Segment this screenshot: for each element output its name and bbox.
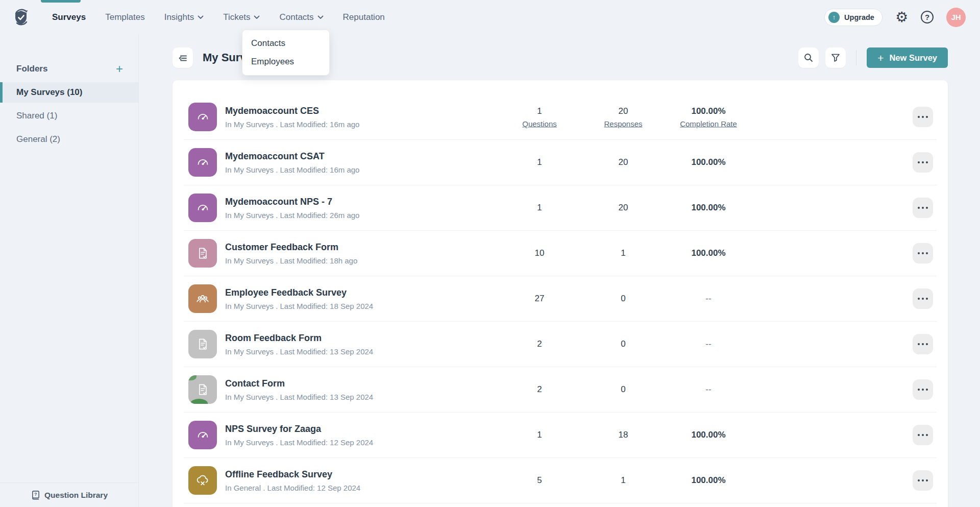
survey-info[interactable]: Mydemoaccount CSAT In My Surveys . Last … — [225, 151, 359, 174]
survey-info[interactable]: Customer Feedback Form In My Surveys . L… — [225, 242, 357, 265]
completion-stat: 100.00% — [691, 248, 725, 258]
questions-count: 2 — [537, 384, 542, 395]
nav-item-surveys[interactable]: Surveys — [52, 12, 86, 22]
questions-count: 1 — [537, 203, 542, 213]
nav-item-contacts[interactable]: Contacts — [279, 12, 323, 22]
survey-name: NPS Survey for Zaaga — [225, 424, 373, 434]
row-actions-button[interactable] — [913, 334, 933, 354]
responses-count: 20 — [619, 157, 628, 167]
survey-name: Contact Form — [225, 378, 373, 389]
cloud-offline-icon[interactable] — [188, 466, 217, 495]
contacts-dropdown-menu: ContactsEmployees — [242, 30, 330, 76]
nav-item-reputation[interactable]: Reputation — [343, 12, 385, 22]
responses-stat: 18 — [619, 430, 628, 440]
survey-name: Offline Feedback Survey — [225, 469, 360, 480]
gauge-icon[interactable] — [188, 421, 217, 449]
survey-name: Mydemoaccount CSAT — [225, 151, 359, 162]
questions-stat: 1 — [537, 203, 542, 213]
doc-check-icon[interactable] — [188, 375, 217, 404]
row-actions-button[interactable] — [913, 107, 933, 127]
questions-count: 1 — [537, 430, 542, 440]
completion-stat: -- — [705, 384, 711, 395]
upgrade-arrow-icon: ↑ — [828, 12, 840, 23]
doc-check-icon[interactable] — [188, 239, 217, 268]
survey-info[interactable]: Mydemoaccount NPS - 7 In My Surveys . La… — [225, 197, 359, 220]
people-icon[interactable] — [188, 284, 217, 313]
book-question-icon: ? — [31, 490, 40, 500]
responses-stat: 0 — [621, 294, 625, 304]
survey-meta: In My Surveys . Last Modified: 26m ago — [225, 211, 359, 220]
add-folder-button[interactable]: + — [116, 63, 123, 75]
responses-stat: 0 — [621, 384, 625, 395]
responses-stat: 20 Responses — [604, 106, 642, 128]
nav-item-tickets[interactable]: Tickets — [223, 12, 260, 22]
completion-stat: 100.00% — [691, 430, 725, 440]
app-logo-icon[interactable] — [12, 7, 31, 28]
sidebar-folder-shared-1[interactable]: Shared (1) — [0, 106, 138, 126]
ellipsis-icon — [918, 161, 928, 163]
questions-stat: 10 — [535, 248, 545, 258]
questions-count: 2 — [537, 339, 542, 349]
gauge-icon[interactable] — [188, 148, 217, 177]
upgrade-button[interactable]: ↑ Upgrade — [824, 9, 883, 26]
survey-info[interactable]: NPS Survey for Zaaga In My Surveys . Las… — [225, 424, 373, 447]
dropdown-item-contacts[interactable]: Contacts — [242, 34, 329, 53]
questions-stat: 2 — [537, 384, 542, 395]
survey-name: Customer Feedback Form — [225, 242, 357, 253]
help-icon[interactable]: ? — [921, 11, 934, 23]
survey-row: Employee Feedback Survey In My Surveys .… — [184, 276, 937, 322]
folders-header: Folders — [16, 64, 47, 74]
row-actions-button[interactable] — [913, 470, 933, 491]
question-library-button[interactable]: ? Question Library — [0, 482, 138, 507]
survey-info[interactable]: Offline Feedback Survey In General . Las… — [225, 469, 360, 492]
survey-row: Contact Form In My Surveys . Last Modifi… — [184, 367, 937, 413]
responses-count: 18 — [619, 430, 628, 440]
row-actions-button[interactable] — [913, 425, 933, 445]
sidebar-folder-general-2[interactable]: General (2) — [0, 129, 138, 150]
dropdown-item-employees[interactable]: Employees — [242, 53, 329, 71]
user-avatar[interactable]: JH — [946, 8, 966, 27]
survey-meta: In My Surveys . Last Modified: 18 Sep 20… — [225, 302, 373, 310]
completion-rate: 100.00% — [691, 475, 725, 486]
responses-count: 20 — [604, 106, 642, 116]
row-actions-button[interactable] — [913, 198, 933, 218]
nav-item-templates[interactable]: Templates — [105, 12, 144, 22]
completion-stat: -- — [705, 294, 711, 304]
stat-label-c[interactable]: Completion Rate — [680, 119, 737, 128]
row-actions-button[interactable] — [913, 379, 933, 400]
stat-label-r[interactable]: Responses — [604, 119, 642, 128]
questions-stat: 1 — [537, 430, 542, 440]
nav-item-insights[interactable]: Insights — [164, 12, 204, 22]
collapse-panel-icon — [177, 52, 189, 64]
doc-check-icon[interactable] — [188, 330, 217, 358]
questions-stat: 27 — [535, 294, 545, 304]
photo-decor — [190, 399, 208, 404]
survey-row: Customer Feedback Form In My Surveys . L… — [184, 231, 937, 276]
chevron-down-icon — [254, 15, 260, 19]
responses-count: 1 — [621, 475, 625, 486]
survey-info[interactable]: Mydemoaccount CES In My Surveys . Last M… — [225, 106, 359, 129]
search-button[interactable] — [798, 47, 819, 68]
completion-rate: 100.00% — [691, 157, 725, 167]
row-actions-button[interactable] — [913, 243, 933, 263]
completion-stat: 100.00% — [691, 203, 725, 213]
filter-button[interactable] — [825, 47, 846, 68]
gauge-icon[interactable] — [188, 103, 217, 131]
collapse-sidebar-button[interactable] — [173, 47, 193, 68]
survey-info[interactable]: Employee Feedback Survey In My Surveys .… — [225, 287, 373, 310]
ellipsis-icon — [918, 298, 928, 300]
survey-row: Offline Feedback Survey In General . Las… — [184, 458, 937, 503]
survey-info[interactable]: Room Feedback Form In My Surveys . Last … — [225, 333, 373, 356]
settings-gear-icon[interactable]: ⚙ — [895, 10, 908, 25]
row-actions-button[interactable] — [913, 152, 933, 173]
survey-meta: In My Surveys . Last Modified: 12 Sep 20… — [225, 438, 373, 447]
row-actions-button[interactable] — [913, 288, 933, 309]
questions-stat: 2 — [537, 339, 542, 349]
sidebar-folder-my-surveys-10[interactable]: My Surveys (10) — [0, 82, 138, 103]
gauge-icon[interactable] — [188, 194, 217, 222]
survey-info[interactable]: Contact Form In My Surveys . Last Modifi… — [225, 378, 373, 401]
new-survey-button[interactable]: + New Survey — [867, 47, 948, 68]
stat-label-q[interactable]: Questions — [522, 119, 557, 128]
main-menu: SurveysTemplatesInsightsTicketsContactsR… — [52, 12, 385, 22]
survey-name: Mydemoaccount CES — [225, 106, 359, 116]
